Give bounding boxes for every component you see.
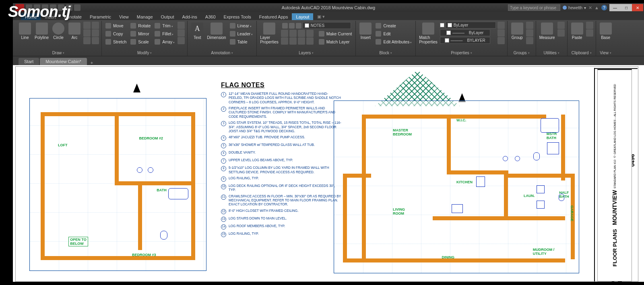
panel-layers-label[interactable]: Layers: [259, 50, 353, 56]
filetab-document[interactable]: Mountview Cabin*: [40, 58, 87, 65]
tab-featuredapps[interactable]: Featured Apps: [255, 13, 292, 20]
tab-addins[interactable]: Add-ins: [178, 13, 201, 20]
move-button[interactable]: Move: [104, 22, 128, 29]
line-button[interactable]: Line: [18, 22, 32, 40]
createblock-button[interactable]: Create: [374, 22, 413, 29]
color-swatch[interactable]: [440, 23, 444, 27]
new-tab-button[interactable]: +: [88, 60, 96, 65]
matchlayer-button[interactable]: Match Layer: [318, 38, 353, 45]
point-icon[interactable]: [83, 37, 91, 44]
tab-expresstools[interactable]: Express Tools: [220, 13, 255, 20]
explode-icon[interactable]: [178, 29, 185, 37]
window-minimize-button[interactable]: —: [609, 4, 621, 11]
panel-modify-label[interactable]: Modify: [104, 50, 185, 56]
dimension-button[interactable]: Dimension: [206, 22, 227, 40]
linear-button[interactable]: Linear: [229, 22, 254, 29]
base-button[interactable]: Base: [599, 22, 613, 40]
table-button[interactable]: Table: [229, 38, 254, 45]
panel-view-label[interactable]: View: [599, 50, 613, 56]
selectall-icon[interactable]: [557, 22, 565, 29]
upper-floor-plan: LOFT BEDROOM #2 BATH BEDROOM #3 OPEN TO …: [29, 98, 206, 271]
scale-button[interactable]: Scale: [129, 38, 152, 45]
makecurrent-button[interactable]: Make Current: [318, 30, 353, 37]
groupsel-icon[interactable]: [526, 37, 533, 44]
tab-manage[interactable]: Manage: [133, 13, 157, 20]
region-icon[interactable]: [92, 37, 99, 44]
layer-freeze-icon[interactable]: [289, 23, 295, 29]
layer-lock-icon[interactable]: [296, 23, 301, 29]
trim-button[interactable]: Trim: [153, 22, 176, 29]
layeron-icon[interactable]: [281, 37, 288, 45]
spline-icon[interactable]: [92, 29, 99, 37]
fillet-button[interactable]: Fillet: [153, 30, 176, 37]
list-icon[interactable]: [497, 29, 505, 37]
qat-redo-icon[interactable]: [74, 4, 80, 11]
group-button[interactable]: Group: [510, 22, 524, 40]
layer-dropdown[interactable]: NOTES: [303, 22, 351, 29]
layer-sun-icon[interactable]: [282, 23, 288, 29]
editblock-button[interactable]: Edit: [374, 30, 413, 37]
copyclip-icon[interactable]: [586, 29, 593, 37]
panel-properties-label[interactable]: Properties: [418, 50, 505, 56]
tab-layout[interactable]: Layout: [292, 13, 313, 20]
layeruniso-icon[interactable]: [289, 37, 297, 45]
ungroup-icon[interactable]: [526, 22, 533, 29]
window-maximize-button[interactable]: □: [621, 4, 632, 11]
panel-groups-label[interactable]: Groups: [510, 50, 533, 56]
layerprops-button[interactable]: Layer Properties: [259, 22, 279, 44]
polyline-button[interactable]: Polyline: [34, 22, 50, 40]
mirror-button[interactable]: Mirror: [129, 30, 152, 37]
panel-draw-label[interactable]: Draw: [18, 50, 99, 56]
layerthw-icon[interactable]: [298, 37, 305, 45]
exchange-icon[interactable]: ✕: [588, 5, 592, 10]
matchprops-button[interactable]: Match Properties: [418, 22, 438, 44]
proppal-icon[interactable]: [497, 37, 505, 44]
drawing-area[interactable]: LOFT BEDROOM #2 BATH BEDROOM #3 OPEN TO …: [13, 65, 644, 282]
stretch-button[interactable]: Stretch: [104, 38, 128, 45]
ellipse-icon[interactable]: [92, 22, 99, 29]
help-icon[interactable]: ?: [601, 5, 607, 10]
panel-annotation-label[interactable]: Annotation: [190, 50, 254, 56]
tab-a360[interactable]: A360: [201, 13, 220, 20]
flag-note-row: 11CRAWLSPACE ACCESS IN FLOOR – MIN. 30"x…: [221, 194, 342, 207]
window-close-button[interactable]: ✕: [632, 4, 643, 11]
layerlock-icon[interactable]: [306, 30, 314, 37]
groupedit-icon[interactable]: [526, 29, 533, 37]
infocenter-search[interactable]: Type a keyword or phrase: [508, 4, 560, 11]
layerfrz-icon[interactable]: [298, 30, 305, 37]
transparency-icon[interactable]: [497, 22, 505, 29]
panel-block-label[interactable]: Block: [358, 50, 413, 56]
hatch-icon[interactable]: [83, 29, 91, 37]
panel-clipboard-label[interactable]: Clipboard: [570, 50, 593, 56]
paste-button[interactable]: Paste: [570, 22, 584, 40]
cut-icon[interactable]: [586, 22, 593, 29]
rectangle-icon[interactable]: [83, 22, 91, 29]
filetab-start[interactable]: Start: [19, 58, 39, 65]
measure-button[interactable]: Measure: [539, 22, 556, 40]
editattrib-button[interactable]: Edit Attributes: [374, 38, 413, 45]
tab-view[interactable]: View: [115, 13, 133, 20]
tab-parametric[interactable]: Parametric: [86, 13, 115, 20]
circle-button[interactable]: Circle: [51, 22, 66, 40]
arc-button[interactable]: Arc: [67, 22, 82, 40]
offset-icon[interactable]: [178, 37, 185, 44]
panel-utilities-label[interactable]: Utilities: [539, 50, 565, 56]
leader-button[interactable]: Leader: [229, 30, 254, 37]
array-button[interactable]: Array: [153, 38, 176, 45]
rotate-button[interactable]: Rotate: [129, 22, 152, 29]
quickcalc-icon[interactable]: [557, 29, 565, 37]
signin-menu[interactable]: hewetth ▾: [563, 6, 586, 10]
layeriso-icon[interactable]: [289, 30, 297, 37]
layeroff-icon[interactable]: [281, 30, 288, 37]
linetype-dropdown[interactable]: ——— ByLayer: [440, 29, 490, 36]
color-dropdown[interactable]: ByLayer: [446, 22, 496, 29]
lineweight-dropdown[interactable]: ——— BYLAYER: [440, 37, 490, 44]
text-button[interactable]: AText: [190, 22, 204, 40]
ribbon-minimize-icon[interactable]: ▣ ▾: [313, 13, 329, 20]
layerunlk-icon[interactable]: [306, 37, 314, 45]
erase-icon[interactable]: [178, 22, 185, 29]
tab-output[interactable]: Output: [157, 13, 178, 20]
copy-button[interactable]: Copy: [104, 30, 128, 37]
stayconnected-icon[interactable]: ▲: [594, 5, 599, 10]
insert-button[interactable]: Insert: [358, 22, 373, 40]
